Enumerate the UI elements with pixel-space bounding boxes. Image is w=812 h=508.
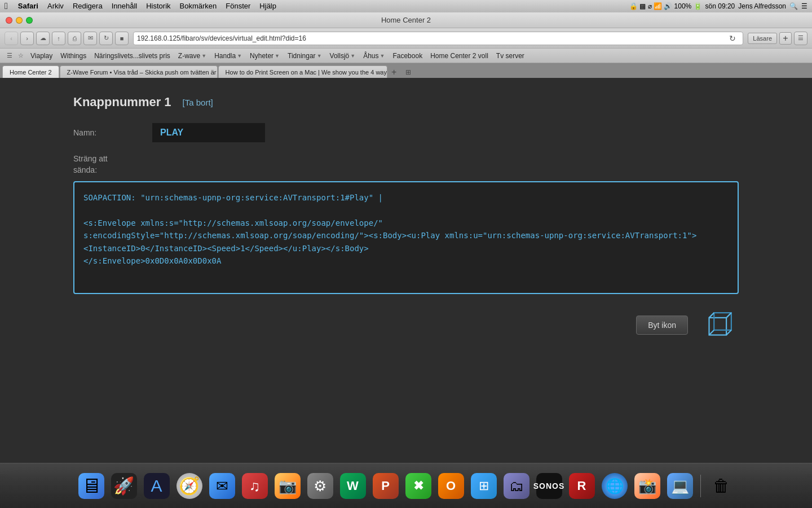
dock-iphoto[interactable]: 📷: [273, 471, 302, 501]
forward-button[interactable]: ›: [20, 32, 34, 45]
window-controls: [6, 17, 33, 24]
print-button[interactable]: ⎙: [68, 32, 81, 45]
maximize-button[interactable]: [26, 17, 33, 24]
bookmark-tidningar[interactable]: Tidningar ▼: [284, 50, 325, 62]
dock-separator: [700, 475, 701, 497]
cube-icon: [699, 305, 739, 345]
close-button[interactable]: [6, 17, 12, 24]
dock-sysprefs[interactable]: ⚙: [306, 471, 335, 501]
menubar-user: Jens Alfredsson: [738, 2, 786, 10]
svg-line-5: [709, 330, 714, 335]
bookmark-viaplay[interactable]: Viaplay: [27, 50, 56, 62]
list-icon[interactable]: ☰: [801, 2, 807, 10]
namn-input[interactable]: [152, 123, 265, 142]
dock-network[interactable]: 🌐: [600, 471, 629, 501]
dock-rdio[interactable]: R: [567, 471, 597, 501]
svg-line-3: [726, 313, 731, 318]
strang-label: Sträng att sända:: [73, 154, 152, 176]
cloud-button[interactable]: ☁: [36, 32, 50, 45]
dock-sonos[interactable]: SONOS: [535, 471, 564, 501]
bookmarks-bar: ☰ ☆ Viaplay Withings Näringslivets...sli…: [0, 49, 812, 63]
namn-label: Namn:: [73, 128, 152, 137]
bookmark-vollsjo[interactable]: Vollsjö ▼: [326, 50, 359, 62]
tab-grid-button[interactable]: ⊞: [402, 67, 414, 78]
browser-titlebar: Home Center 2: [0, 12, 812, 28]
dock-trash[interactable]: 🗑: [707, 471, 736, 501]
menubar-icons: 🔒 ▩ ⌀ 📶 🔊 100% 🔋: [629, 2, 702, 10]
dock-mail[interactable]: ✉: [208, 471, 237, 501]
bottom-row: Byt ikon: [73, 305, 739, 345]
reload-icon[interactable]: ↻: [726, 32, 739, 45]
tab-homecenter2[interactable]: Home Center 2: [2, 65, 59, 78]
dock-itunes[interactable]: ♫: [240, 471, 270, 501]
bookmark-facebook[interactable]: Facebook: [389, 50, 426, 62]
bookmark-handla[interactable]: Handla ▼: [211, 50, 245, 62]
menu-safari[interactable]: Safari: [14, 0, 43, 12]
bookmark-ahus[interactable]: Åhus ▼: [360, 50, 388, 62]
byt-ikon-button[interactable]: Byt ikon: [636, 316, 688, 335]
ta-bort-link[interactable]: [Ta bort]: [183, 98, 213, 107]
svg-line-4: [726, 330, 731, 335]
content-area: Knappnummer 1 [Ta bort] Namn: Sträng att…: [0, 78, 812, 474]
reading-list-icon[interactable]: ☰: [5, 51, 15, 61]
refresh-button[interactable]: ↻: [99, 32, 113, 45]
dock-finder[interactable]: 🖥: [77, 471, 106, 501]
menu-innehall[interactable]: Innehåll: [107, 0, 142, 12]
menubar:  Safari Arkiv Redigera Innehåll Histori…: [0, 0, 812, 12]
search-icon[interactable]: 🔍: [789, 2, 798, 10]
menu-fonster[interactable]: Fönster: [221, 0, 255, 12]
dock-folder[interactable]: 🗂: [502, 471, 531, 501]
namn-field-row: Namn:: [73, 123, 739, 142]
window-title: Home Center 2: [381, 16, 431, 24]
section-header: Knappnummer 1 [Ta bort]: [73, 95, 739, 110]
bookmark-withings[interactable]: Withings: [57, 50, 90, 62]
menu-bokmarken[interactable]: Bokmärken: [175, 0, 222, 12]
soap-textarea[interactable]: [83, 191, 729, 282]
strang-field-row: Sträng att sända:: [73, 154, 739, 176]
tabs-bar: Home Center 2 Z-Wave Forum • Visa tråd –…: [0, 63, 812, 78]
svg-line-2: [709, 313, 714, 318]
share-button[interactable]: ↑: [52, 32, 65, 45]
sidebar-toggle-button[interactable]: ☰: [794, 32, 807, 45]
soap-textarea-container: [73, 181, 739, 294]
address-text: 192.168.0.125/fibaro/sv/devices/virtual_…: [137, 34, 726, 42]
dock-launchpad[interactable]: 🚀: [109, 471, 139, 501]
bookmark-homecenter2voll[interactable]: Home Center 2 voll: [427, 50, 492, 62]
dock-photos[interactable]: 📸: [633, 471, 662, 501]
back-button[interactable]: ‹: [5, 32, 18, 45]
tab-printscreen[interactable]: How to do Print Screen on a Mac | We sho…: [218, 65, 387, 78]
stop-button[interactable]: ■: [115, 32, 129, 45]
bookmark-tvserver[interactable]: Tv server: [493, 50, 528, 62]
tab-zwave-forum[interactable]: Z-Wave Forum • Visa tråd – Skicka push o…: [60, 65, 218, 78]
add-bookmark-button[interactable]: +: [779, 32, 792, 45]
dock-appstore[interactable]: A: [142, 471, 171, 501]
browser-toolbar: ‹ › ☁ ↑ ⎙ ✉ ↻ ■ 192.168.0.125/fibaro/sv/…: [0, 28, 812, 49]
section-title: Knappnummer 1: [73, 95, 171, 110]
dock-cross[interactable]: ✖: [404, 471, 433, 501]
minimize-button[interactable]: [16, 17, 23, 24]
new-tab-button[interactable]: +: [388, 67, 400, 78]
dock-word[interactable]: W: [338, 471, 368, 501]
menu-arkiv[interactable]: Arkiv: [43, 0, 68, 12]
menu-historik[interactable]: Historik: [142, 0, 175, 12]
menubar-right: 🔒 ▩ ⌀ 📶 🔊 100% 🔋 sön 09:20 Jens Alfredss…: [629, 2, 807, 10]
dock: 🖥 🚀 A 🧭 ✉ ♫ 📷 ⚙ W P ✖ O ⊞ �: [0, 463, 812, 508]
dock-powerpoint[interactable]: P: [371, 471, 400, 501]
menu-redigera[interactable]: Redigera: [68, 0, 107, 12]
menu-hjalp[interactable]: Hjälp: [255, 0, 281, 12]
bookmark-zwave[interactable]: Z-wave ▼: [175, 50, 210, 62]
dock-safari[interactable]: 🧭: [175, 471, 204, 501]
address-bar[interactable]: 192.168.0.125/fibaro/sv/devices/virtual_…: [133, 32, 743, 45]
dock-windows[interactable]: ⊞: [469, 471, 498, 501]
bookmarks-icon[interactable]: ☆: [16, 51, 26, 61]
dock-finder2[interactable]: 💻: [665, 471, 695, 501]
dock-orange[interactable]: O: [436, 471, 466, 501]
bookmark-nyheter[interactable]: Nyheter ▼: [246, 50, 283, 62]
menubar-time: sön 09:20: [705, 2, 735, 10]
mail-button[interactable]: ✉: [83, 32, 97, 45]
apple-menu[interactable]: : [5, 1, 8, 11]
reader-button[interactable]: Läsare: [748, 33, 777, 44]
bookmark-naringslivets[interactable]: Näringslivets...slivets pris: [91, 50, 174, 62]
